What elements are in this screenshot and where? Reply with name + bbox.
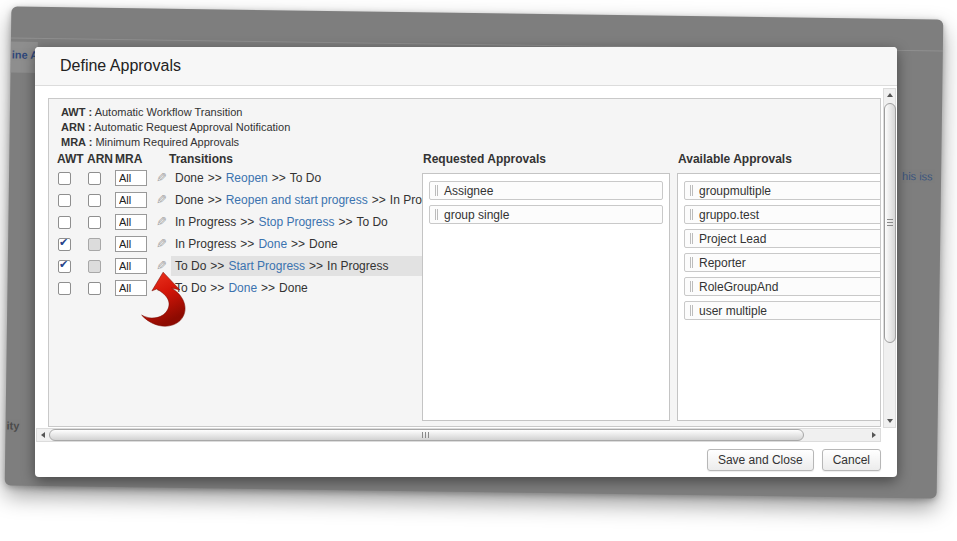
- define-approvals-dialog: Define Approvals AWT : Automatic Workflo…: [35, 47, 897, 477]
- awt-checkbox[interactable]: [58, 238, 71, 251]
- vertical-scroll-thumb[interactable]: [884, 103, 896, 343]
- column-header-awt: AWT: [57, 152, 84, 166]
- left-arrow-icon: [41, 432, 45, 438]
- drag-grip-icon: [690, 281, 693, 292]
- dialog-title: Define Approvals: [60, 57, 181, 75]
- awt-checkbox[interactable]: [58, 216, 71, 229]
- horizontal-scrollbar[interactable]: [36, 428, 881, 442]
- approval-item[interactable]: Assignee: [429, 181, 663, 200]
- legend-line-mra: MRA : Minimum Required Approvals: [61, 135, 290, 150]
- transition-action-link[interactable]: Done: [228, 281, 257, 295]
- background-partial-label-bottom: ity: [6, 419, 19, 431]
- horizontal-scroll-thumb[interactable]: [49, 429, 804, 441]
- approval-item[interactable]: group single: [429, 205, 663, 224]
- red-annotation-arrow-icon: [137, 270, 193, 336]
- legend-line-awt: AWT : Automatic Workflow Transition: [61, 105, 290, 120]
- mra-input[interactable]: [115, 214, 147, 230]
- transition-label: To Do>>Start Progress>>In Progress: [171, 256, 429, 276]
- requested-approvals-panel: Assignee group single: [422, 173, 670, 421]
- column-header-mra: MRA: [115, 152, 142, 166]
- drag-grip-icon: [690, 233, 693, 244]
- approval-item[interactable]: Reporter: [684, 253, 881, 272]
- column-header-transitions: Transitions: [169, 152, 233, 166]
- legend-line-arn: ARN : Automatic Request Approval Notific…: [61, 120, 290, 135]
- arn-checkbox[interactable]: [88, 216, 101, 229]
- awt-checkbox[interactable]: [58, 172, 71, 185]
- mra-input[interactable]: [115, 236, 147, 252]
- up-arrow-icon: [887, 93, 893, 97]
- arn-checkbox[interactable]: [88, 172, 101, 185]
- transition-label: In Progress>>Stop Progress>>To Do: [171, 212, 392, 232]
- requested-approvals-title: Requested Approvals: [423, 152, 546, 166]
- drag-grip-icon: [690, 305, 693, 316]
- edit-pencil-icon[interactable]: ✎: [155, 238, 167, 250]
- drag-grip-icon: [690, 257, 693, 268]
- arn-checkbox[interactable]: [88, 282, 101, 295]
- edit-pencil-icon[interactable]: ✎: [155, 194, 167, 206]
- dialog-content-area: AWT : Automatic Workflow Transition ARN …: [48, 98, 881, 427]
- awt-checkbox[interactable]: [58, 194, 71, 207]
- available-approvals-panel: groupmultiple gruppo.test Project Lead R…: [677, 173, 881, 421]
- drag-grip-icon: [435, 185, 438, 196]
- scroll-down-button[interactable]: [884, 415, 895, 427]
- dialog-header: Define Approvals: [35, 47, 897, 86]
- drag-grip-icon: [435, 209, 438, 220]
- awt-checkbox[interactable]: [58, 282, 71, 295]
- drag-grip-icon: [690, 209, 693, 220]
- approval-item[interactable]: groupmultiple: [684, 181, 881, 200]
- edit-pencil-icon[interactable]: ✎: [155, 172, 167, 184]
- background-partial-link-right: his iss: [902, 170, 933, 182]
- scroll-right-button[interactable]: [868, 432, 880, 438]
- scroll-left-button[interactable]: [37, 432, 49, 438]
- horizontal-scroll-track[interactable]: [49, 429, 868, 441]
- vertical-scroll-track[interactable]: [884, 101, 895, 415]
- mra-input[interactable]: [115, 170, 147, 186]
- approval-item[interactable]: Project Lead: [684, 229, 881, 248]
- arn-checkbox[interactable]: [88, 238, 101, 251]
- approval-item[interactable]: gruppo.test: [684, 205, 881, 224]
- approval-item[interactable]: user multiple: [684, 301, 881, 320]
- transition-action-link[interactable]: Reopen and start progress: [226, 193, 368, 207]
- transition-action-link[interactable]: Stop Progress: [258, 215, 334, 229]
- transition-action-link[interactable]: Reopen: [226, 171, 268, 185]
- cancel-button[interactable]: Cancel: [822, 449, 881, 471]
- transition-label: Done>>Reopen>>To Do: [171, 168, 325, 188]
- arn-checkbox[interactable]: [88, 194, 101, 207]
- mra-input[interactable]: [115, 192, 147, 208]
- legend: AWT : Automatic Workflow Transition ARN …: [61, 105, 290, 150]
- transition-label: In Progress>>Done>>Done: [171, 234, 342, 254]
- transition-action-link[interactable]: Done: [258, 237, 287, 251]
- down-arrow-icon: [887, 419, 893, 423]
- thumb-grip-icon: [422, 432, 430, 438]
- awt-checkbox[interactable]: [58, 260, 71, 273]
- available-approvals-title: Available Approvals: [678, 152, 792, 166]
- dialog-footer: Save and Close Cancel: [35, 442, 897, 477]
- transition-action-link[interactable]: Start Progress: [228, 259, 305, 273]
- vertical-scrollbar[interactable]: [883, 88, 896, 428]
- right-arrow-icon: [872, 432, 876, 438]
- transition-label: Done>>Reopen and start progress>>In Prog…: [171, 190, 455, 210]
- scroll-up-button[interactable]: [884, 89, 895, 101]
- approval-item[interactable]: RoleGroupAnd: [684, 277, 881, 296]
- thumb-grip-icon: [887, 219, 893, 227]
- drag-grip-icon: [690, 185, 693, 196]
- save-and-close-button[interactable]: Save and Close: [707, 449, 814, 471]
- arn-checkbox[interactable]: [88, 260, 101, 273]
- edit-pencil-icon[interactable]: ✎: [155, 216, 167, 228]
- screenshot-page: ine A his iss ity Define Approvals AWT :…: [0, 0, 957, 541]
- column-header-arn: ARN: [87, 152, 113, 166]
